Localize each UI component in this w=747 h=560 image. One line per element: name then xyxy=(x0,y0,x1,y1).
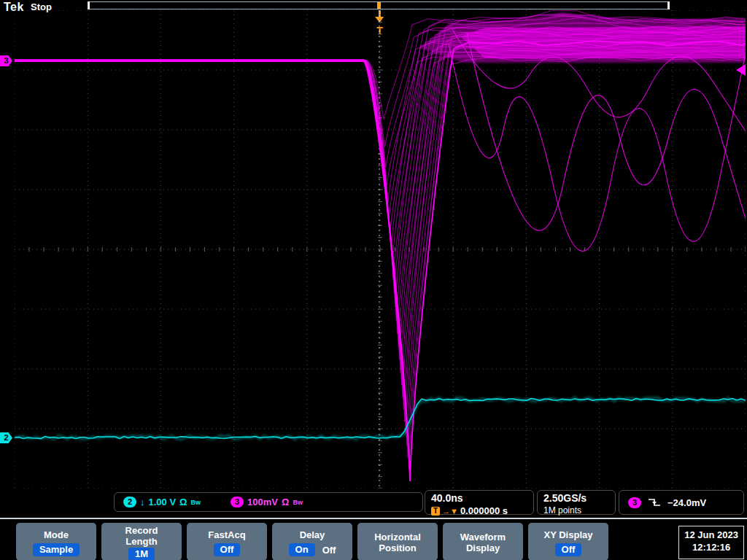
mode-value: Sample xyxy=(33,543,80,556)
delay-on-value: On xyxy=(289,543,315,556)
trigger-level: −24.0mV xyxy=(667,497,706,508)
falling-edge-icon xyxy=(648,497,661,508)
ch2-scale: 1.00 V xyxy=(149,497,177,508)
waveform-canvas xyxy=(15,10,746,489)
menu-waveform-display-button[interactable]: Waveform Display xyxy=(443,523,523,560)
record-length-value: 1M xyxy=(128,548,155,560)
menu-label: Horizontal xyxy=(357,532,438,542)
delay-off-value: Off xyxy=(322,545,336,556)
date: 12 Jun 2023 xyxy=(684,529,738,541)
trigger-readout: 3 −24.0mV xyxy=(619,490,744,515)
menu-label: XY Display xyxy=(528,529,608,540)
ch3-coupling: Ω xyxy=(282,497,289,508)
time: 12:12:16 xyxy=(684,541,738,553)
menu-label: Display xyxy=(443,542,523,553)
menu-delay-button[interactable]: Delay On Off xyxy=(272,523,352,560)
trigger-flag-icon: T xyxy=(431,507,440,516)
record-points: 1M points xyxy=(543,505,609,516)
menu-label: Delay xyxy=(272,529,352,540)
ch2-ground-marker: 2 xyxy=(0,432,12,443)
ch3-ground-marker: 3 xyxy=(0,55,12,66)
menu-label: Record xyxy=(101,525,182,536)
readout-bar: 2 ↓ 1.00 V Ω Bw 3 100mV Ω Bw 40.0ns T →▼… xyxy=(0,489,747,517)
delay-arrow-icon: →▼ xyxy=(442,507,458,516)
ch2-coupling: Ω xyxy=(179,497,187,508)
bottom-menu: Mode Sample Record Length 1M FastAcq Off… xyxy=(0,518,747,560)
menu-label: Length xyxy=(101,536,182,547)
acquisition-readout: 2.50GS/s 1M points xyxy=(537,490,616,515)
menu-label: Position xyxy=(357,542,438,553)
sample-rate: 2.50GS/s xyxy=(543,492,609,504)
ch2-offset-arrow-icon: ↓ xyxy=(140,497,145,508)
channel-readouts: 2 ↓ 1.00 V Ω Bw 3 100mV Ω Bw xyxy=(114,492,423,512)
ch2-bandwidth: Bw xyxy=(191,499,201,506)
menu-label: Mode xyxy=(16,529,96,540)
ch3-scale: 100mV xyxy=(247,497,278,508)
ch3-badge: 3 xyxy=(231,497,244,508)
horizontal-readout: 40.0ns T →▼ 0.000000 s xyxy=(425,490,534,515)
datetime-display: 12 Jun 2023 12:12:16 xyxy=(678,526,744,559)
xy-display-value: Off xyxy=(555,543,582,556)
record-view-bar xyxy=(88,1,670,9)
menu-horizontal-position-button[interactable]: Horizontal Position xyxy=(357,523,438,560)
record-trigger-tick xyxy=(377,2,381,9)
ch2-badge: 2 xyxy=(123,497,136,508)
menu-mode-button[interactable]: Mode Sample xyxy=(16,523,96,560)
fastacq-value: Off xyxy=(214,543,241,556)
timebase: 40.0ns xyxy=(431,492,527,504)
oscilloscope-screen: Tek Stop T 3 2 2 ↓ 1.00 V Ω Bw 3 100mV Ω… xyxy=(0,0,747,560)
trigger-source-badge: 3 xyxy=(628,497,641,508)
menu-fastacq-button[interactable]: FastAcq Off xyxy=(187,523,267,560)
menu-record-length-button[interactable]: Record Length 1M xyxy=(101,523,182,560)
menu-label: FastAcq xyxy=(187,529,267,540)
delay-value: 0.000000 s xyxy=(460,505,508,516)
menu-xy-display-button[interactable]: XY Display Off xyxy=(528,523,608,560)
graticule xyxy=(15,10,746,489)
menu-label: Waveform xyxy=(443,532,523,542)
ch3-bandwidth: Bw xyxy=(293,499,303,506)
